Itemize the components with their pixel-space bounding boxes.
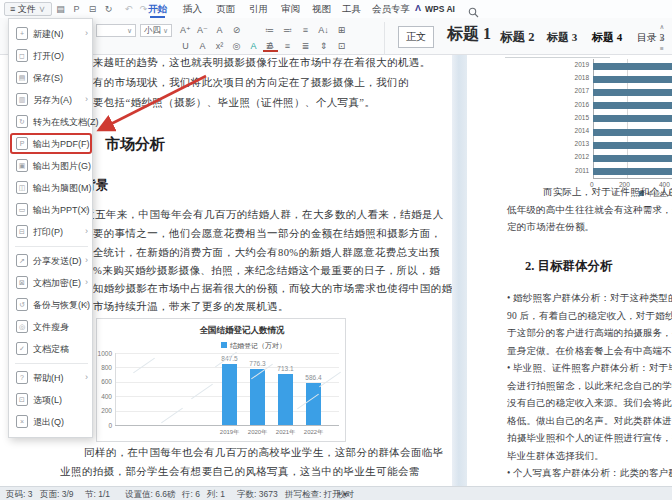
- circle-char-icon[interactable]: ◎: [229, 40, 244, 52]
- style-标题4[interactable]: 标题 4: [592, 30, 622, 45]
- style-标题1[interactable]: 标题 1: [447, 24, 491, 45]
- export-pdf-icon[interactable]: P: [70, 3, 83, 15]
- menu-item-帮助H[interactable]: ?帮助(H)›: [9, 367, 92, 389]
- style-正文[interactable]: 正文: [398, 26, 434, 48]
- share-icon: ↗: [16, 254, 28, 267]
- y-axis-year-label: 2017: [561, 87, 589, 94]
- gallery-down-icon[interactable]: ∨: [656, 34, 668, 42]
- tab-wps-ai[interactable]: WPS AI: [425, 4, 455, 14]
- document-page-4[interactable]: 2019201820172016201520142013201220110200…: [467, 55, 672, 486]
- menu-item-输出为脑图M[interactable]: ◫输出为脑图(M): [9, 177, 92, 199]
- menu-item-label: 打开(O): [33, 50, 64, 63]
- tab-审阅[interactable]: 审阅: [281, 0, 300, 18]
- status-6[interactable]: 列: 1: [207, 489, 225, 500]
- menu-item-备份与恢复K[interactable]: ↺备份与恢复(K)›: [9, 294, 92, 316]
- align-left-icon[interactable]: ≣: [262, 40, 277, 52]
- shading-icon[interactable]: ⊡: [334, 40, 349, 52]
- superscript-icon[interactable]: x²: [212, 40, 227, 52]
- file-menu-button[interactable]: ≡ 文件 ∨: [4, 2, 52, 16]
- status-5[interactable]: 行: 6: [182, 489, 200, 500]
- titlebar: ≡ 文件 ∨ ▤P⊟↻ ↶ ↷ ∨ 开始插入页面引用审阅视图工具会员专享 Λ W…: [0, 0, 672, 18]
- menu-item-label: 分享发送(D): [33, 255, 82, 268]
- menu-item-label: 转为在线文档(Z): [33, 116, 99, 129]
- sync-icon[interactable]: ↻: [102, 3, 115, 15]
- menu-item-文档加密E[interactable]: ⊠文档加密(E)›: [9, 272, 92, 294]
- chart-bar: [593, 168, 672, 175]
- print-icon[interactable]: ⊟: [86, 3, 99, 15]
- save-icon[interactable]: ▤: [54, 3, 67, 15]
- doc-text-line: • 个人写真客户群体分析：此类的客户群体大多数是年轻人: [507, 467, 672, 480]
- font-size-combobox[interactable]: 小四∨: [140, 24, 172, 37]
- page-gap-scroll-strip[interactable]: [452, 55, 467, 486]
- highlight-icon[interactable]: A: [246, 40, 261, 52]
- menu-item-打开O[interactable]: ◻打开(O): [9, 45, 92, 67]
- wps-ai-logo-icon: Λ: [415, 3, 421, 13]
- status-4[interactable]: 设置值: 6.6磅: [125, 489, 176, 500]
- y-axis-tick-label: 1000: [97, 350, 112, 357]
- style-标题2[interactable]: 标题 2: [500, 29, 534, 46]
- clear-format-icon[interactable]: ⊘: [229, 24, 244, 36]
- tab-工具[interactable]: 工具: [342, 0, 361, 18]
- indent-icon[interactable]: ≡: [298, 24, 313, 36]
- undo-icon[interactable]: ↶: [122, 3, 135, 15]
- number-list-icon[interactable]: ≕: [280, 24, 295, 36]
- line-spacing-icon[interactable]: ⇕: [316, 40, 331, 52]
- menu-item-新建N[interactable]: +新建(N)›: [9, 23, 92, 45]
- chart-bar: [593, 102, 672, 109]
- tab-开始[interactable]: 开始: [148, 0, 167, 18]
- bullet-list-icon[interactable]: ≔: [262, 24, 277, 36]
- menu-item-文件瘦身[interactable]: ◎文件瘦身: [9, 316, 92, 338]
- underline-icon[interactable]: U: [178, 40, 193, 52]
- tab-插入[interactable]: 插入: [183, 0, 202, 18]
- tab-引用[interactable]: 引用: [249, 0, 268, 18]
- y-axis-tick-label: 600: [97, 378, 112, 385]
- watermark-mark: [133, 358, 155, 374]
- align-right-icon[interactable]: ≣: [298, 40, 313, 52]
- status-2[interactable]: 页面: 3/9: [40, 489, 74, 500]
- ribbon: ∨ 小四∨ A⁺A⁻A⊘UAx²◎AA≔≕≡A↓⊞≣≡≣⇕⊡ 正文标题 1标题 …: [0, 18, 672, 55]
- menu-item-输出为图片G[interactable]: ▣输出为图片(G): [9, 155, 92, 177]
- text-effect-icon[interactable]: A: [212, 24, 227, 36]
- menu-item-打印P[interactable]: ⊟打印(P)›: [9, 221, 92, 243]
- file-menu-label: 文件: [18, 4, 36, 14]
- gallery-more-icon[interactable]: ≡: [656, 45, 668, 53]
- status-9[interactable]: 校对: [337, 489, 354, 500]
- font-color-icon[interactable]: A: [195, 40, 210, 52]
- doc-text-line: • 婚纱照客户群体分析：对于这种类型的客户群体大多数都是: [507, 292, 672, 305]
- x-axis-category-label: 2022年: [294, 428, 334, 437]
- tab-页面[interactable]: 页面: [216, 0, 235, 18]
- menu-separator: [15, 363, 88, 364]
- mark-icon[interactable]: ⊞: [334, 24, 349, 36]
- status-1[interactable]: 页码: 3: [6, 489, 32, 500]
- document-page-3[interactable]: 呈现越来越旺的趋势，这也就表明摄影摄像行业在市场中存在着很大的机遇。结合现有的市…: [55, 55, 452, 486]
- gallery-up-icon[interactable]: ∧: [656, 23, 668, 31]
- style-标题3[interactable]: 标题 3: [547, 30, 577, 45]
- font-name-combobox[interactable]: ∨: [96, 24, 136, 37]
- increase-font-icon[interactable]: A⁺: [178, 24, 193, 36]
- menu-item-选项L[interactable]: ⊡选项(L): [9, 389, 92, 411]
- menu-item-转为在线文档Z[interactable]: ↻转为在线文档(Z): [9, 111, 92, 133]
- tab-视图[interactable]: 视图: [312, 0, 331, 18]
- menu-item-文档定稿[interactable]: ✓文档定稿: [9, 338, 92, 360]
- status-3[interactable]: 节: 1/1: [85, 489, 110, 500]
- chart-bar: [593, 142, 672, 149]
- menu-item-label: 输出为图片(G): [33, 160, 91, 173]
- chart-title: 全国结婚登记人数情况: [157, 325, 327, 337]
- menu-item-退出Q[interactable]: ×退出(Q): [9, 411, 92, 433]
- status-7[interactable]: 字数: 3673: [237, 489, 278, 500]
- help-icon: ?: [16, 371, 28, 384]
- submenu-arrow-icon: ›: [85, 28, 88, 38]
- align-center-icon[interactable]: ≡: [280, 40, 295, 52]
- file-slim-icon: ◎: [16, 320, 28, 333]
- x-axis-line: [115, 425, 339, 426]
- menu-item-分享发送D[interactable]: ↗分享发送(D)›: [9, 250, 92, 272]
- doc-text-line: 呈现越来越旺的趋势，这也就表明摄影摄像行业在市场中存在着很大的机遇。: [60, 56, 431, 70]
- sort-icon[interactable]: A↓: [316, 24, 331, 36]
- doc-text-line: 纱摄影市场持续升温，带来了更多的发展机遇。: [60, 300, 289, 314]
- menu-item-输出为PPTX[interactable]: ▭输出为PPT(X)›: [9, 199, 92, 221]
- menu-item-另存为A[interactable]: ▥另存为(A)›: [9, 89, 92, 111]
- decrease-font-icon[interactable]: A⁻: [195, 24, 210, 36]
- menu-item-保存S[interactable]: ▤保存(S): [9, 67, 92, 89]
- tab-会员专享[interactable]: 会员专享: [372, 0, 410, 18]
- chart-bar: [593, 115, 672, 122]
